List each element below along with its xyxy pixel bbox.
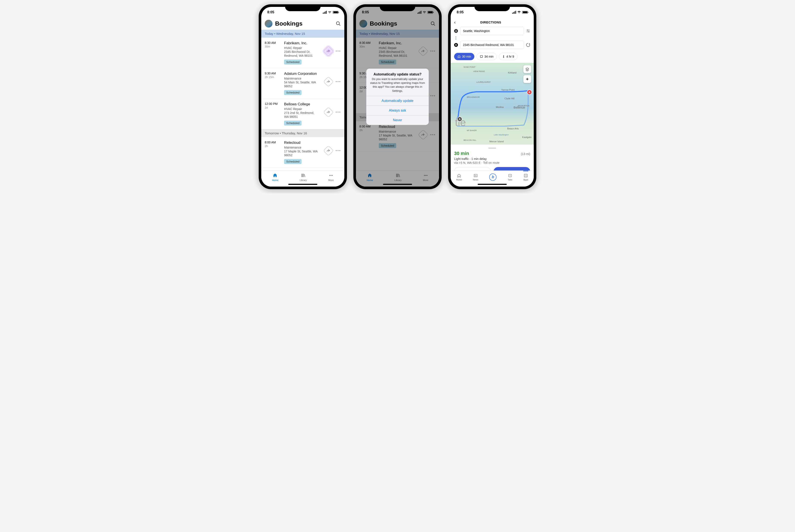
tab-library[interactable]: Library <box>300 173 307 182</box>
home-indicator[interactable] <box>383 184 412 185</box>
map-label: BEACON HILL <box>464 139 476 141</box>
directions-button[interactable] <box>323 107 333 117</box>
directions-button[interactable] <box>323 77 333 87</box>
route-dots-icon <box>456 36 530 40</box>
booking-item[interactable]: 9:30 AM2h 15m Adatum CorporationMaintena… <box>261 68 344 99</box>
svg-rect-18 <box>524 174 527 177</box>
booking-addr: 54 Main St, Seattle, WA <box>284 81 322 84</box>
svg-rect-10 <box>480 55 483 57</box>
mode-car[interactable]: 30 min <box>454 53 474 60</box>
status-bar: 8:05 <box>451 7 534 18</box>
avatar[interactable] <box>265 20 272 27</box>
status-badge: Scheduled <box>284 159 302 164</box>
booking-addr2: Redmond, WA 98101 <box>284 54 322 57</box>
booking-addr2: WA 98051 <box>284 115 322 118</box>
dialog-text: Do you want to automatically update your… <box>370 77 425 93</box>
booking-title: Fabrikam, Inc. <box>284 41 322 45</box>
map-label: Medina <box>496 106 504 108</box>
mode-walk[interactable]: 4 hr 9 <box>499 53 517 60</box>
route-traffic: Light traffic · 1 min delay <box>454 157 530 160</box>
screen: 8:05 Bookings Today • Wednesday, Nov 15 … <box>261 7 344 187</box>
svg-point-3 <box>330 175 331 176</box>
booking-type: HVAC Repair <box>284 107 322 111</box>
booking-addr: 273 2nd St, Redmond, <box>284 111 322 115</box>
map-label: LAURELHURST <box>476 81 491 83</box>
tab-home[interactable]: Home <box>272 173 278 182</box>
traffic-button[interactable] <box>523 75 531 83</box>
map-label: SAND POINT <box>464 66 475 68</box>
from-input[interactable] <box>460 27 524 35</box>
map-marker-a[interactable]: A <box>457 116 462 122</box>
booking-item[interactable]: 12:00 PM2d Bellows CollegeHVAC Repair273… <box>261 99 344 129</box>
layers-icon <box>525 67 529 71</box>
booking-duration: 30m <box>265 45 281 48</box>
map-label: Kirkland <box>508 71 517 74</box>
directions-button[interactable] <box>323 46 333 56</box>
status-icons <box>323 11 338 14</box>
date-banner-tomorrow: Tomorrow • Thursday, Nov 16 <box>261 129 344 137</box>
status-time: 8:05 <box>267 10 274 14</box>
screen: 8:05 Bookings Today • Wednesday, Nov 15 … <box>356 7 439 187</box>
svg-point-2 <box>329 175 330 176</box>
map-controls <box>523 65 531 83</box>
map-marker-b[interactable]: B <box>527 90 532 95</box>
marker-b-icon: B <box>454 43 458 47</box>
more-icon[interactable]: ••• <box>336 149 341 153</box>
directions-title: DIRECTIONS <box>458 20 523 24</box>
tab-tabs[interactable]: 4Tabs <box>508 173 512 181</box>
booking-time: 8:00 AM <box>265 140 281 144</box>
svg-point-22 <box>526 176 527 176</box>
page-title: Bookings <box>275 20 333 27</box>
map-label: VIEW RIDGE <box>473 70 485 73</box>
more-icon[interactable]: ••• <box>336 110 341 115</box>
back-button[interactable]: ‹ <box>454 20 456 25</box>
map-label: Yarrow Point <box>501 89 514 91</box>
booking-time: 9:30 AM <box>265 72 281 75</box>
svg-point-19 <box>525 174 526 175</box>
map[interactable]: tle Kirkland Bellevue Medina Clyde Hill … <box>451 63 534 145</box>
screen: 8:05 ‹ DIRECTIONS A B 30 min 34 min 4 hr… <box>451 7 534 187</box>
home-indicator[interactable] <box>478 184 507 185</box>
bing-icon: b <box>489 173 496 181</box>
tab-apps[interactable]: Apps <box>523 173 528 181</box>
map-label: Clyde Hill <box>504 97 514 100</box>
svg-point-13 <box>503 55 504 56</box>
tab-more[interactable]: More <box>328 173 333 182</box>
tabs-icon: 4 <box>508 173 512 178</box>
tab-home[interactable]: Home <box>456 173 462 181</box>
more-icon[interactable]: ••• <box>336 79 341 84</box>
search-icon[interactable] <box>336 21 341 26</box>
map-label: Mercer Island <box>489 140 504 143</box>
tab-news[interactable]: News <box>473 173 478 181</box>
swap-icon[interactable] <box>526 43 530 47</box>
booking-title: Bellows College <box>284 102 322 107</box>
svg-point-4 <box>332 175 333 176</box>
booking-addr: 2345 Birchwood Dr, <box>284 50 322 54</box>
bookings-list[interactable]: Today • Wednesday, Nov 15 8:30 AM30m Fab… <box>261 30 344 172</box>
layers-button[interactable] <box>523 65 531 73</box>
dialog-never-button[interactable]: Never <box>366 115 429 125</box>
dialog-ask-button[interactable]: Always ask <box>366 106 429 115</box>
booking-item[interactable]: 8:30 AM30m Fabrikam, Inc.HVAC Repair2345… <box>261 38 344 68</box>
car-icon <box>457 55 461 58</box>
sparkle-icon <box>525 77 529 81</box>
booking-item[interactable]: 8:00 AM2h RelecloudMaintenance17 Maple S… <box>261 137 344 168</box>
home-indicator[interactable] <box>288 184 318 185</box>
booking-time: 12:00 PM <box>265 102 281 106</box>
dialog-auto-button[interactable]: Automatically update <box>366 96 429 106</box>
settings-icon[interactable] <box>526 29 530 33</box>
map-label: Lake Washington <box>494 134 509 136</box>
drag-handle[interactable] <box>488 148 496 149</box>
dialog-title: Automatically update status? <box>370 73 425 76</box>
signal-icon <box>323 11 327 14</box>
tab-bing[interactable]: b <box>489 173 496 181</box>
walk-icon <box>502 55 505 58</box>
mode-transit[interactable]: 34 min <box>476 53 497 60</box>
more-icon[interactable]: ••• <box>336 49 341 54</box>
directions-button[interactable] <box>323 146 333 156</box>
map-label: Beaux Arts <box>507 127 519 130</box>
home-icon <box>457 173 462 178</box>
to-input[interactable] <box>460 41 524 49</box>
signal-icon <box>512 11 516 14</box>
status-badge: Scheduled <box>284 59 302 64</box>
